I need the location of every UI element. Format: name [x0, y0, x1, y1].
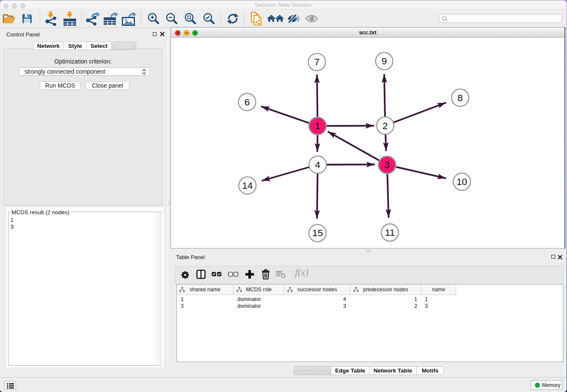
svg-text:1: 1: [315, 121, 320, 131]
svg-text:14: 14: [242, 180, 253, 191]
svg-text:7: 7: [314, 57, 320, 67]
svg-text:2: 2: [383, 121, 388, 131]
svg-text:11: 11: [385, 227, 395, 238]
svg-text:8: 8: [457, 93, 463, 103]
svg-text:15: 15: [312, 228, 323, 238]
svg-text:6: 6: [245, 97, 250, 108]
svg-text:9: 9: [382, 56, 387, 66]
svg-text:4: 4: [315, 160, 321, 170]
svg-text:3: 3: [385, 160, 390, 170]
svg-text:10: 10: [457, 177, 467, 187]
